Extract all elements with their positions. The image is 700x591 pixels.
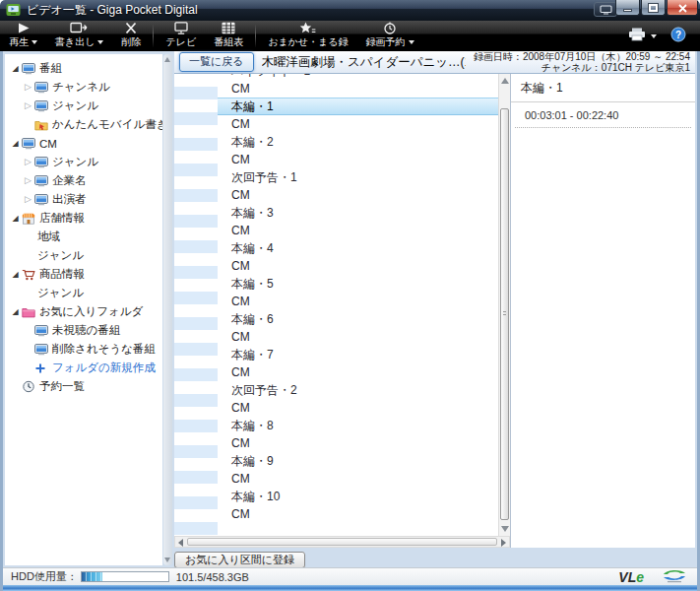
tree-expander-icon[interactable] — [10, 306, 21, 317]
expander-spacer — [23, 325, 33, 336]
sidebar-item[interactable]: 企業名 — [5, 171, 162, 190]
sidebar-item[interactable]: フォルダの新規作成 — [5, 359, 162, 377]
export-icon — [70, 22, 89, 34]
clock-icon — [22, 380, 36, 393]
sidebar-item[interactable]: チャンネル — [5, 78, 162, 97]
chapter-vertical-scrollbar[interactable] — [498, 74, 510, 536]
sidebar-item-label: 商品情報 — [39, 267, 85, 282]
help-icon: ? — [670, 29, 686, 45]
window-title: ビデオ一覧 - Giga Pocket Digital — [27, 2, 198, 19]
chapter-row[interactable]: CM — [218, 80, 498, 98]
chapter-row[interactable]: CM — [218, 328, 498, 346]
sidebar-item-label: かんたんモバイル書き出し — [52, 117, 162, 132]
tree-expander-icon[interactable] — [10, 213, 21, 224]
back-to-list-button[interactable]: 一覧に戻る — [179, 52, 254, 72]
chapter-horizontal-scrollbar[interactable] — [174, 536, 510, 548]
toolbar-button-guide[interactable]: 番組表 — [205, 21, 252, 51]
chapter-row[interactable]: CM — [218, 115, 498, 133]
sidebar-item[interactable]: ジャンル — [5, 246, 162, 265]
tree-expander-icon[interactable] — [10, 63, 21, 74]
chapter-row[interactable]: CM — [218, 434, 498, 452]
sidebar-item[interactable]: ジャンル — [5, 153, 162, 171]
sidebar-item[interactable]: ジャンル — [5, 97, 162, 115]
sidebar-item[interactable]: 番組 — [5, 59, 162, 78]
chapter-row[interactable]: CM — [218, 222, 498, 239]
chapter-row[interactable]: 本編・5 — [218, 275, 498, 293]
sidebar-item[interactable]: 地域 — [5, 228, 162, 246]
toolbar-button-tv[interactable]: テレビ — [157, 21, 205, 51]
tree-expander-icon[interactable] — [23, 100, 33, 111]
sidebar-item[interactable]: 出演者 — [5, 190, 162, 209]
chapter-row[interactable]: 次回予告・1 — [218, 168, 498, 186]
toolbar-button-timer[interactable]: 録画予約 — [357, 21, 423, 51]
tree-expander-icon[interactable] — [23, 157, 33, 167]
chapter-row[interactable]: 本編・3 — [218, 204, 498, 222]
chapter-row[interactable]: 本編・7 — [218, 346, 498, 363]
dropdown-caret — [651, 34, 657, 38]
toolbar-button-play[interactable]: 再生 — [0, 21, 46, 51]
toolbar-button-delete[interactable]: 削除 — [112, 21, 150, 51]
close-button[interactable] — [667, 0, 698, 16]
recording-info: 録画日時：2008年07月10日（木）20:59 ～ 22:54 チャンネル：0… — [474, 51, 690, 73]
sidebar-item[interactable]: ジャンル — [5, 284, 162, 302]
hdd-usage-value: 101.5/458.3GB — [176, 571, 249, 583]
tree-expander-icon[interactable] — [10, 269, 21, 280]
sidebar-item[interactable]: 削除されそうな番組 — [5, 340, 162, 359]
chapter-row[interactable]: 本編・6 — [218, 310, 498, 328]
sidebar-item-label: チャンネル — [52, 80, 110, 95]
chapter-row[interactable]: CM — [218, 257, 498, 275]
sidebar-item[interactable]: かんたんモバイル書き出し — [5, 115, 162, 134]
chapter-row[interactable]: CM — [218, 293, 498, 310]
sidebar-scrollbar[interactable] — [163, 54, 172, 565]
tv-small-icon — [34, 174, 49, 187]
tv-small-icon — [34, 156, 49, 168]
tree-expander-icon[interactable] — [23, 175, 33, 186]
chapter-row[interactable]: 本編・8 — [218, 417, 498, 434]
chapter-row[interactable]: 本編・4 — [218, 239, 498, 257]
toolbar-button-star[interactable]: おまかせ・まる録 — [259, 21, 356, 51]
thumbnail-stripe-column — [174, 74, 218, 536]
scrollbar-thumb[interactable] — [187, 538, 497, 546]
toolbar-button-export[interactable]: 書き出し — [46, 21, 112, 51]
tv-small-icon — [34, 81, 49, 94]
chapter-row[interactable]: CM — [218, 186, 498, 204]
sidebar-tree: 番組チャンネルジャンルかんたんモバイル書き出しCMジャンル企業名出演者店舗情報地… — [5, 54, 162, 565]
register-favorite-button[interactable]: お気に入り区間に登録 — [174, 552, 305, 568]
star-icon — [299, 22, 316, 34]
content-header: 一覧に戻る 木曜洋画劇場・スパイダーパニッ…(1時間54分15秒) 録画日時：2… — [174, 51, 695, 74]
sidebar-item[interactable]: 店舗情報 — [5, 209, 162, 228]
sidebar-item[interactable]: 未視聴の番組 — [5, 321, 162, 340]
minimize-button[interactable] — [615, 0, 640, 16]
scrollbar-thumb[interactable] — [500, 108, 509, 520]
detail-time-range: 00:03:01 - 00:22:40 — [515, 102, 691, 128]
tree-expander-icon[interactable] — [23, 194, 33, 205]
chapter-row[interactable]: 本編・1 — [218, 98, 498, 115]
hdd-meter-fill — [82, 572, 102, 581]
toolbar-button-label: 録画予約 — [366, 35, 406, 49]
svg-text:?: ? — [675, 29, 681, 39]
chapter-row[interactable]: 本編・2 — [218, 133, 498, 151]
chapter-row[interactable]: 本編・10 — [218, 488, 498, 505]
sidebar-item-label: 予約一覧 — [39, 379, 85, 394]
sidebar-item[interactable]: お気に入りフォルダ — [5, 302, 162, 321]
chapter-row[interactable]: CM — [218, 363, 498, 381]
hdd-usage-label: HDD使用量： — [11, 569, 78, 584]
help-button[interactable]: ? — [670, 27, 686, 46]
sidebar-item-label: CM — [39, 138, 57, 150]
chapter-list: ハイライト・1CM本編・1CM本編・2CM次回予告・1CM本編・3CM本編・4C… — [218, 74, 498, 536]
chapter-row[interactable]: CM — [218, 151, 498, 168]
tree-expander-icon[interactable] — [23, 82, 33, 93]
chapter-row[interactable]: CM — [218, 399, 498, 417]
chapter-row[interactable]: CM — [218, 470, 498, 488]
plus-icon — [34, 361, 49, 374]
chapter-row[interactable]: 次回予告・2 — [218, 381, 498, 399]
sidebar-item[interactable]: CM — [5, 134, 162, 153]
sidebar-item[interactable]: 商品情報 — [5, 265, 162, 284]
print-dropdown-button[interactable] — [627, 28, 657, 45]
chapter-row[interactable]: 本編・9 — [218, 452, 498, 470]
toolbar-button-label: 番組表 — [214, 35, 243, 49]
maximize-button[interactable] — [641, 0, 666, 16]
tree-expander-icon[interactable] — [10, 138, 21, 149]
sidebar-item[interactable]: 予約一覧 — [5, 377, 162, 396]
chapter-row[interactable]: CM — [218, 505, 498, 523]
